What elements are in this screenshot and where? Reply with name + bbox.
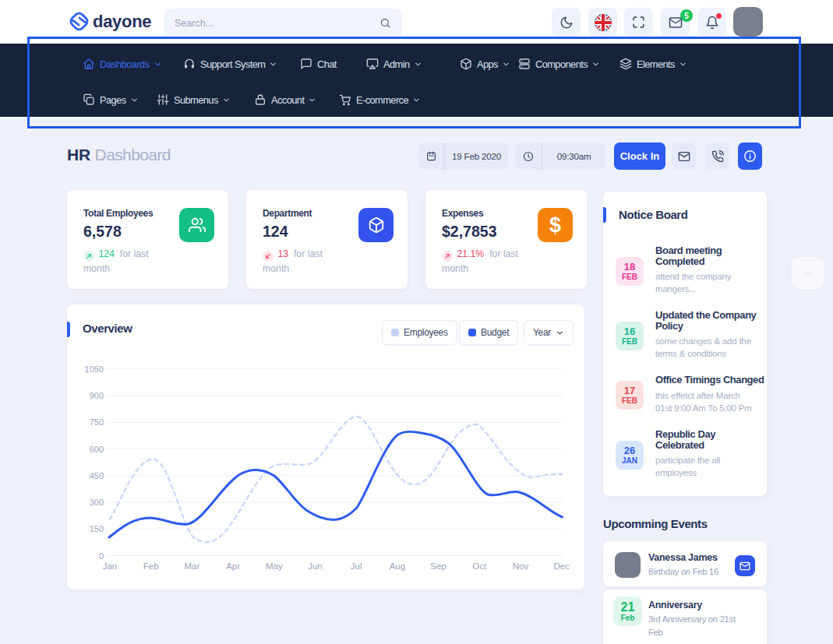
- svg-text:May: May: [266, 561, 283, 571]
- svg-text:Jul: Jul: [351, 561, 362, 571]
- svg-text:Oct: Oct: [472, 561, 487, 571]
- svg-text:150: 150: [90, 524, 104, 533]
- svg-text:Nov: Nov: [513, 561, 529, 571]
- svg-text:900: 900: [90, 391, 104, 400]
- svg-text:Apr: Apr: [226, 561, 240, 571]
- svg-text:1050: 1050: [85, 364, 104, 374]
- svg-text:Jun: Jun: [308, 561, 323, 571]
- svg-text:Mar: Mar: [184, 561, 199, 571]
- svg-text:Aug: Aug: [390, 561, 405, 571]
- svg-text:0: 0: [99, 551, 104, 561]
- svg-text:Feb: Feb: [143, 561, 159, 571]
- svg-text:Jan: Jan: [103, 561, 118, 571]
- svg-text:600: 600: [90, 445, 104, 454]
- svg-text:750: 750: [90, 417, 104, 427]
- svg-text:300: 300: [90, 498, 104, 507]
- svg-text:Sep: Sep: [430, 561, 446, 571]
- svg-text:Dec: Dec: [553, 561, 570, 571]
- svg-text:450: 450: [90, 471, 104, 480]
